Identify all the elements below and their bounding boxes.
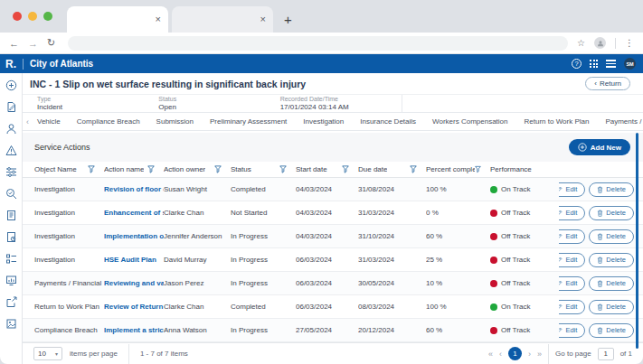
first-page-icon[interactable]: « — [488, 350, 493, 359]
pencil-icon — [559, 303, 563, 311]
vertical-scrollbar[interactable] — [636, 133, 638, 349]
tab-submission[interactable]: Submission — [148, 113, 202, 130]
delete-button[interactable]: Delete — [589, 182, 634, 197]
last-page-icon[interactable]: » — [537, 350, 542, 359]
filter-icon[interactable] — [147, 165, 155, 173]
performance-dot — [490, 280, 497, 287]
browser-profile-icon[interactable] — [594, 37, 606, 49]
start-date-cell: 04/03/2024 — [296, 209, 358, 217]
delete-button[interactable]: Delete — [589, 300, 634, 314]
address-bar-input[interactable] — [68, 36, 568, 51]
page-number-input[interactable] — [598, 348, 614, 360]
tab-payments-financial[interactable]: Payments / Financial — [597, 113, 643, 130]
filter-icon[interactable] — [475, 165, 481, 173]
alert-triangle-icon[interactable] — [5, 145, 17, 156]
browser-menu-icon[interactable]: ⋮ — [625, 38, 634, 48]
filter-icon[interactable] — [88, 165, 95, 173]
action-name-link[interactable]: Revision of floor clea... — [104, 185, 164, 193]
return-button[interactable]: ‹ Return — [585, 77, 630, 90]
meta-value: Open — [158, 103, 279, 112]
pencil-icon — [559, 280, 563, 287]
add-new-button[interactable]: Add New — [569, 139, 630, 155]
filter-icon[interactable] — [279, 165, 287, 173]
file-edit-icon[interactable] — [5, 101, 17, 113]
edit-button[interactable]: Edit — [559, 206, 585, 220]
due-date-cell: 20/12/2024 — [358, 326, 426, 334]
tab-investigation[interactable]: Investigation — [295, 113, 352, 130]
delete-button[interactable]: Delete — [589, 323, 634, 338]
column-status[interactable]: Status — [231, 165, 296, 173]
action-name-link[interactable]: Implement a strict p... — [104, 326, 164, 334]
action-name-link[interactable]: Reviewing and valida... — [104, 279, 164, 287]
new-tab-button[interactable]: + — [284, 12, 292, 27]
browser-tab-inactive[interactable]: × — [172, 6, 273, 33]
filter-icon[interactable] — [410, 165, 417, 173]
document-icon[interactable] — [5, 210, 17, 221]
edit-button[interactable]: Edit — [559, 276, 585, 291]
apps-grid-icon[interactable] — [590, 60, 598, 68]
file-report-icon[interactable] — [5, 231, 17, 243]
reload-icon[interactable]: ↻ — [47, 37, 55, 49]
edit-button[interactable]: Edit — [559, 323, 585, 338]
action-name-link[interactable]: Review of Return to ... — [104, 303, 164, 311]
user-avatar[interactable]: SM — [624, 58, 636, 70]
help-icon[interactable]: ? — [572, 59, 582, 69]
window-close-button[interactable] — [13, 12, 22, 21]
action-name-link[interactable]: Implementation of a ... — [104, 232, 164, 240]
tab-close-icon[interactable]: × — [156, 14, 161, 24]
prev-page-icon[interactable]: ‹ — [499, 350, 502, 359]
task-list-icon[interactable] — [5, 253, 17, 265]
page-of-label: of 1 — [620, 350, 632, 358]
page-size-select[interactable]: 10 ▾ — [33, 347, 62, 360]
delete-button[interactable]: Delete — [589, 229, 634, 244]
edit-button[interactable]: Edit — [559, 229, 585, 244]
dashboard-icon[interactable] — [5, 275, 17, 286]
edit-button[interactable]: Edit — [559, 182, 585, 197]
back-icon[interactable]: ← — [9, 38, 19, 49]
column-start-date[interactable]: Start date — [296, 165, 358, 173]
tab-close-icon[interactable]: × — [260, 14, 266, 24]
return-button-label: Return — [600, 79, 621, 88]
next-page-icon[interactable]: › — [528, 350, 531, 359]
hamburger-menu-icon[interactable] — [606, 60, 616, 68]
user-icon[interactable] — [5, 123, 17, 135]
filter-icon[interactable] — [214, 165, 222, 173]
bookmark-star-icon[interactable]: ☆ — [577, 38, 585, 48]
tab-preliminary-assessment[interactable]: Preliminary Assessment — [202, 113, 295, 130]
action-owner-cell: Susan Wright — [164, 185, 231, 193]
column-percent-complete[interactable]: Percent complete — [426, 165, 490, 173]
due-date-cell: 31/10/2024 — [358, 232, 426, 240]
image-document-icon[interactable] — [5, 318, 17, 330]
action-name-link[interactable]: HSE Audit Plan — [104, 256, 164, 264]
column-action-owner[interactable]: Action owner — [164, 165, 231, 173]
tab-compliance-breach[interactable]: Compliance Breach — [69, 113, 148, 130]
tab-insurance-details[interactable]: Insurance Details — [352, 113, 424, 130]
window-minimize-button[interactable] — [28, 12, 37, 21]
delete-button[interactable]: Delete — [589, 253, 634, 267]
delete-button[interactable]: Delete — [589, 276, 634, 291]
add-circle-icon[interactable] — [5, 79, 17, 91]
search-audit-icon[interactable] — [5, 188, 17, 200]
column-action-name[interactable]: Action name — [104, 165, 164, 173]
current-page-button[interactable]: 1 — [508, 347, 522, 360]
column-performance[interactable]: Performance — [490, 165, 559, 173]
pencil-icon — [559, 210, 563, 217]
column-due-date[interactable]: Due date — [358, 165, 426, 173]
delete-button[interactable]: Delete — [589, 206, 634, 220]
share-icon[interactable] — [5, 296, 17, 308]
action-name-link[interactable]: Enhancement of sta... — [104, 209, 164, 217]
edit-button[interactable]: Edit — [559, 300, 585, 314]
tab-workers-compensation[interactable]: Workers Compensation — [424, 113, 515, 130]
column-object-name[interactable]: Object Name — [34, 165, 104, 173]
go-to-page-label: Go to page — [555, 350, 591, 358]
tab-return-to-work-plan[interactable]: Return to Work Plan — [516, 113, 598, 130]
filter-icon[interactable] — [342, 165, 349, 173]
app-logo[interactable]: R. — [5, 58, 16, 70]
edit-button[interactable]: Edit — [559, 253, 585, 267]
table-row: Payments / Financial Reviewing and valid… — [23, 272, 643, 295]
forward-icon[interactable]: → — [28, 38, 38, 49]
window-zoom-button[interactable] — [43, 12, 52, 21]
tab-vehicle[interactable]: Vehicle — [29, 113, 69, 130]
browser-tab-active[interactable]: × — [67, 6, 168, 33]
filters-icon[interactable] — [5, 166, 17, 178]
